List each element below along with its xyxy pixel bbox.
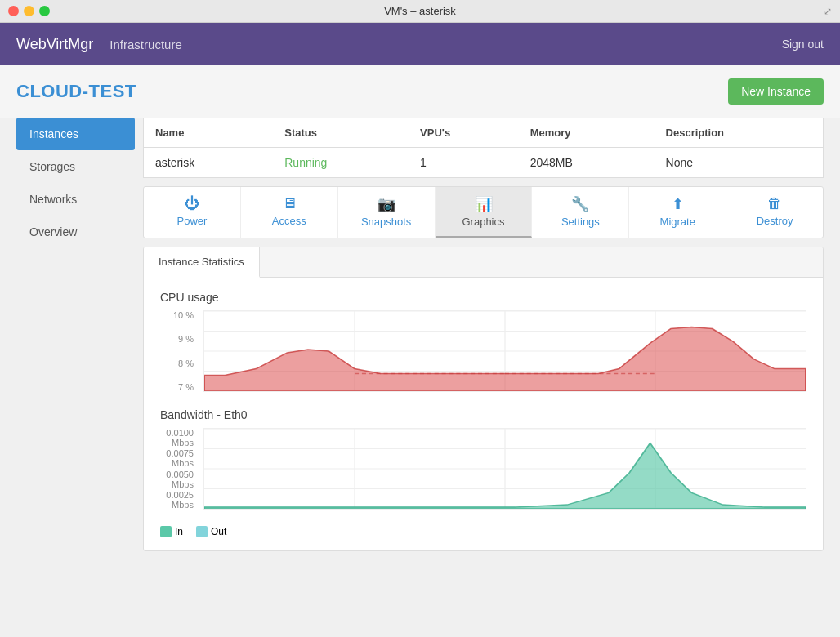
close-button[interactable]	[8, 6, 19, 16]
instance-vpus: 1	[409, 148, 519, 178]
cpu-chart-canvas	[203, 310, 806, 392]
page-title: CLOUD-TEST	[16, 81, 136, 102]
cpu-chart-section: CPU usage 10 % 9 % 8 % 7 %	[160, 291, 806, 392]
page-header: CLOUD-TEST New Instance	[0, 65, 840, 118]
col-status: Status	[273, 118, 409, 148]
migrate-icon: ⬆	[672, 195, 684, 213]
tab-power[interactable]: ⏻ Power	[144, 187, 241, 238]
instance-table: Name Status VPU's Memory Description ast…	[143, 118, 824, 178]
tab-settings-label: Settings	[561, 216, 600, 228]
tab-snapshots-label: Snapshots	[361, 216, 411, 228]
navbar: WebVirtMgr Infrastructure Sign out	[0, 23, 840, 65]
col-vpus: VPU's	[409, 118, 519, 148]
bandwidth-yaxis: 0.0100 Mbps 0.0075 Mbps 0.0050 Mbps 0.00…	[160, 428, 197, 510]
navbar-infrastructure[interactable]: Infrastructure	[109, 38, 181, 51]
stats-tab-label[interactable]: Instance Statistics	[144, 247, 260, 278]
instance-memory: 2048MB	[519, 148, 655, 178]
maximize-button[interactable]	[39, 6, 50, 16]
tab-power-label: Power	[177, 215, 208, 227]
legend-in-swatch	[160, 526, 172, 537]
sidebar-item-storages[interactable]: Storages	[16, 150, 135, 183]
legend-out: Out	[196, 526, 226, 537]
table-row[interactable]: asterisk Running 1 2048MB None	[144, 148, 824, 178]
right-panel: Name Status VPU's Memory Description ast…	[143, 118, 824, 551]
stats-tab-header: Instance Statistics	[144, 247, 823, 278]
col-name: Name	[144, 118, 274, 148]
minimize-button[interactable]	[24, 6, 34, 16]
sidebar-item-networks[interactable]: Networks	[16, 183, 135, 216]
resize-icon: ⤢	[824, 6, 832, 17]
window-title: VM's – asterisk	[384, 5, 456, 17]
tab-settings[interactable]: 🔧 Settings	[532, 187, 629, 238]
navbar-left: WebVirtMgr Infrastructure	[16, 36, 182, 53]
instance-status: Running	[273, 148, 409, 178]
tab-access[interactable]: 🖥 Access	[241, 187, 338, 238]
col-memory: Memory	[519, 118, 655, 148]
bandwidth-chart-title: Bandwidth - Eth0	[160, 408, 806, 421]
chart-legend: In Out	[160, 526, 806, 537]
tab-graphics[interactable]: 📊 Graphics	[436, 187, 533, 238]
cpu-yaxis: 10 % 9 % 8 % 7 %	[160, 310, 197, 392]
legend-in: In	[160, 526, 183, 537]
brand-logo[interactable]: WebVirtMgr	[16, 36, 93, 53]
access-icon: 🖥	[282, 195, 297, 212]
sidebar-item-instances[interactable]: Instances	[16, 118, 135, 150]
titlebar: VM's – asterisk ⤢	[0, 0, 840, 23]
legend-out-swatch	[196, 526, 208, 537]
instance-name: asterisk	[144, 148, 274, 178]
cpu-chart-title: CPU usage	[160, 291, 806, 304]
sidebar: Instances Storages Networks Overview	[16, 118, 135, 551]
cpu-chart-area: 10 % 9 % 8 % 7 %	[160, 310, 806, 392]
signout-link[interactable]: Sign out	[782, 38, 824, 51]
bandwidth-chart-canvas	[203, 428, 806, 510]
stats-content: CPU usage 10 % 9 % 8 % 7 %	[144, 278, 823, 550]
tab-graphics-label: Graphics	[462, 216, 504, 228]
tab-migrate-label: Migrate	[660, 216, 695, 228]
tab-access-label: Access	[272, 215, 306, 227]
tabs-bar: ⏻ Power 🖥 Access 📷 Snapshots 📊 Graphics …	[143, 186, 824, 238]
graphics-icon: 📊	[475, 195, 493, 213]
tab-migrate[interactable]: ⬆ Migrate	[629, 187, 726, 238]
tab-destroy[interactable]: 🗑 Destroy	[726, 187, 823, 238]
legend-out-label: Out	[211, 526, 226, 537]
power-icon: ⏻	[185, 195, 199, 212]
col-description: Description	[655, 118, 824, 148]
settings-icon: 🔧	[571, 195, 589, 213]
instance-description: None	[655, 148, 824, 178]
sidebar-item-overview[interactable]: Overview	[16, 216, 135, 248]
content-area: Instances Storages Networks Overview Nam…	[0, 118, 840, 568]
bandwidth-chart-area: 0.0100 Mbps 0.0075 Mbps 0.0050 Mbps 0.00…	[160, 428, 806, 510]
tab-destroy-label: Destroy	[757, 215, 793, 227]
legend-in-label: In	[175, 526, 183, 537]
new-instance-button[interactable]: New Instance	[728, 78, 824, 105]
window-controls	[8, 6, 50, 16]
bandwidth-chart-section: Bandwidth - Eth0 0.0100 Mbps 0.0075 Mbps…	[160, 408, 806, 510]
snapshots-icon: 📷	[378, 195, 395, 213]
destroy-icon: 🗑	[767, 195, 782, 212]
tab-snapshots[interactable]: 📷 Snapshots	[338, 187, 436, 238]
stats-panel: Instance Statistics CPU usage 10 % 9 % 8…	[143, 247, 824, 551]
